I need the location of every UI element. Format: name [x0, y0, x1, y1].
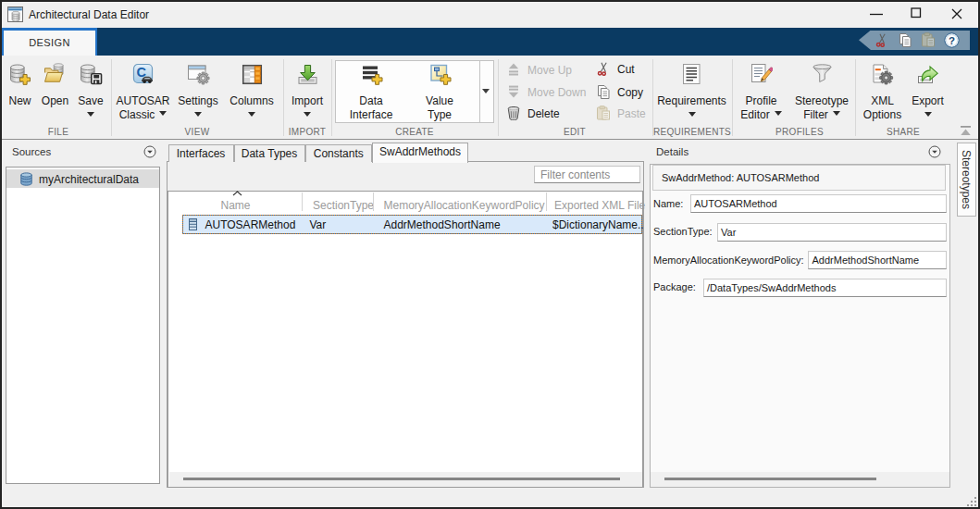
svg-text:?: ? [949, 34, 955, 45]
